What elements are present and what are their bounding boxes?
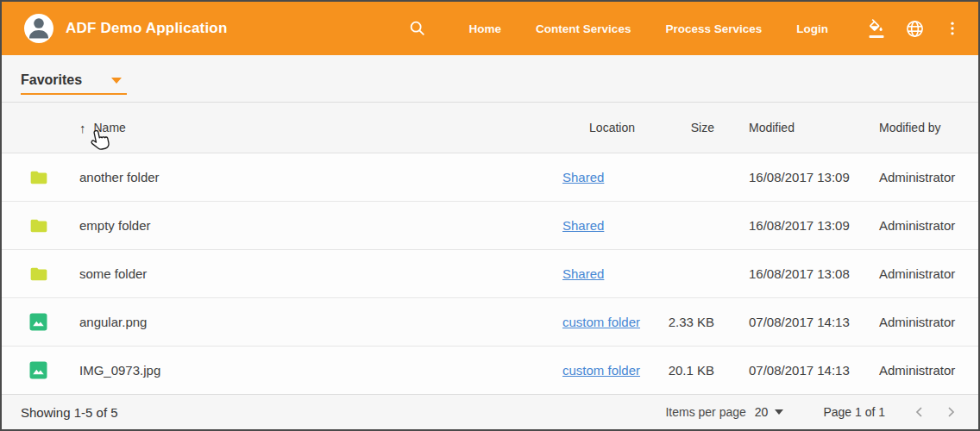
table-header-row: ↑ Name Location Size Modified Modified b… (2, 103, 978, 153)
file-name: empty folder (79, 218, 554, 233)
modified-by: Administrator (871, 170, 978, 184)
previous-page-button[interactable] (911, 403, 928, 421)
modified-date: 16/08/2017 13:09 (718, 218, 871, 233)
avatar[interactable] (24, 14, 53, 43)
column-header-name[interactable]: ↑ Name (79, 121, 554, 135)
folder-icon (29, 169, 48, 186)
nav-login[interactable]: Login (796, 22, 828, 35)
image-file-icon (29, 313, 47, 331)
column-header-location[interactable]: Location (554, 121, 642, 134)
more-vert-icon[interactable] (942, 18, 963, 39)
table-row[interactable]: empty folder Shared 16/08/2017 13:09 Adm… (2, 202, 978, 250)
nav-content-services[interactable]: Content Services (536, 22, 631, 35)
location-cell: custom folder (554, 315, 642, 330)
image-file-icon (29, 361, 47, 379)
globe-icon[interactable] (904, 18, 925, 39)
file-type-cell (2, 217, 79, 234)
column-header-modified-by[interactable]: Modified by (871, 121, 978, 134)
modified-by: Administrator (871, 218, 978, 233)
file-name: IMG_0973.jpg (79, 363, 554, 378)
table-row[interactable]: another folder Shared 16/08/2017 13:09 A… (2, 153, 978, 202)
color-fill-icon[interactable] (866, 18, 887, 39)
header-icon-group (866, 18, 963, 39)
view-selector-favorites[interactable]: Favorites (21, 72, 127, 95)
file-name: another folder (79, 170, 554, 184)
main-nav: Home Content Services Process Services L… (452, 22, 845, 35)
location-link[interactable]: custom folder (562, 315, 640, 329)
paginator: Showing 1-5 of 5 Items per page 20 Page … (2, 394, 978, 429)
table-row[interactable]: angular.png custom folder 2.33 KB 07/08/… (2, 298, 978, 347)
nav-process-services[interactable]: Process Services (665, 22, 762, 35)
folder-icon (29, 265, 48, 283)
modified-date: 16/08/2017 13:09 (718, 170, 871, 184)
page-of-label: Page 1 of 1 (823, 405, 885, 419)
file-size: 2.33 KB (642, 315, 718, 329)
modified-date: 07/08/2017 14:13 (718, 363, 871, 378)
location-link[interactable]: custom folder (562, 363, 640, 378)
app-window: ADF Demo Application Home Content Servic… (0, 0, 980, 431)
person-icon (24, 14, 53, 43)
file-type-cell (2, 313, 79, 331)
location-cell: custom folder (554, 363, 642, 378)
table-body: another folder Shared 16/08/2017 13:09 A… (2, 153, 978, 395)
column-header-size[interactable]: Size (642, 121, 718, 134)
location-cell: Shared (554, 170, 642, 185)
file-name: some folder (79, 266, 554, 281)
location-link[interactable]: Shared (562, 266, 604, 281)
folder-icon (29, 217, 48, 234)
modified-by: Administrator (871, 315, 978, 329)
location-link[interactable]: Shared (562, 218, 604, 233)
showing-range-label: Showing 1-5 of 5 (21, 405, 118, 420)
items-per-page-select[interactable]: 20 (755, 405, 784, 419)
next-page-button[interactable] (942, 403, 959, 421)
paginator-controls: Items per page 20 Page 1 of 1 (665, 403, 959, 421)
chevron-down-icon (111, 78, 122, 84)
location-link[interactable]: Shared (562, 170, 604, 184)
nav-home[interactable]: Home (469, 22, 502, 35)
modified-by: Administrator (871, 363, 978, 378)
items-per-page-label: Items per page (665, 405, 745, 419)
app-title: ADF Demo Application (66, 20, 228, 37)
modified-date: 16/08/2017 13:08 (718, 266, 871, 281)
view-selector-bar: Favorites (2, 55, 978, 103)
document-list: ↑ Name Location Size Modified Modified b… (2, 103, 978, 395)
location-cell: Shared (554, 218, 642, 234)
file-type-cell (2, 265, 79, 283)
view-selector-label: Favorites (21, 72, 82, 88)
file-size: 20.1 KB (642, 363, 718, 378)
arrow-up-icon: ↑ (79, 121, 86, 135)
table-row[interactable]: IMG_0973.jpg custom folder 20.1 KB 07/08… (2, 347, 978, 395)
file-type-cell (2, 361, 79, 379)
modified-date: 07/08/2017 14:13 (718, 315, 871, 329)
app-header: ADF Demo Application Home Content Servic… (2, 2, 978, 55)
chevron-down-icon (775, 409, 783, 415)
items-per-page-value: 20 (755, 405, 769, 419)
table-row[interactable]: some folder Shared 16/08/2017 13:08 Admi… (2, 250, 978, 298)
search-icon[interactable] (407, 18, 428, 39)
file-name: angular.png (79, 315, 554, 329)
file-type-cell (2, 169, 79, 186)
column-header-modified[interactable]: Modified (718, 121, 871, 134)
modified-by: Administrator (871, 266, 978, 281)
location-cell: Shared (554, 266, 642, 282)
